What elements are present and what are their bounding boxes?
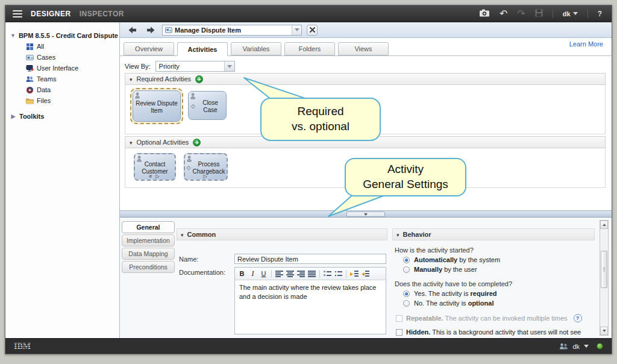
common-section-header[interactable]: Common	[177, 228, 387, 240]
tab-folders[interactable]: Folders	[284, 42, 335, 55]
status-bar: IBM dk	[5, 338, 612, 354]
checkbox-icon[interactable]	[396, 315, 402, 322]
artifact-selector-dropdown[interactable]	[292, 25, 301, 35]
snapshot-camera-icon[interactable]	[479, 9, 490, 18]
scroll-up-icon[interactable]	[600, 221, 608, 229]
data-icon	[26, 86, 34, 94]
monitor-icon	[26, 64, 34, 72]
question-completed: Does the activity have to be completed?	[395, 280, 512, 287]
tab-overview[interactable]: Overview	[124, 42, 174, 55]
editor-tabs: Overview Activities Variables Folders Vi…	[124, 42, 389, 56]
redo-icon[interactable]: ↷	[517, 10, 525, 18]
activity-process-chargeback[interactable]: ◇Process Chargeback ▷	[184, 153, 228, 181]
toolbar-separator	[271, 270, 272, 278]
radio-selected-icon[interactable]	[403, 290, 410, 297]
tab-data-mapping[interactable]: Data Mapping	[122, 248, 175, 260]
sidebar-item-all[interactable]: All	[5, 42, 119, 51]
align-center-icon	[286, 271, 294, 277]
tab-variables[interactable]: Variables	[231, 42, 281, 55]
bullet-list-icon	[334, 271, 342, 277]
ordered-list-icon	[324, 271, 331, 277]
close-editor-button[interactable]	[307, 25, 318, 36]
optional-activities-header[interactable]: Optional Activities +	[125, 136, 606, 148]
scrollbar-thumb[interactable]	[601, 251, 607, 288]
radio-selected-icon[interactable]	[403, 257, 410, 263]
outdent-button[interactable]	[360, 269, 370, 279]
ordered-list-button[interactable]	[322, 269, 333, 279]
chevron-down-icon	[573, 12, 578, 15]
sidebar-item-data[interactable]: Data	[5, 85, 119, 95]
folder-icon	[26, 97, 34, 105]
radio-required[interactable]: Yes. The activity is required	[403, 290, 497, 297]
tab-inspector[interactable]: INSPECTOR	[80, 10, 124, 18]
behavior-section-header[interactable]: Behavior	[392, 228, 595, 240]
bold-button[interactable]: B	[237, 269, 247, 279]
artifact-selector[interactable]: Manage Dispute Item	[162, 25, 302, 36]
tab-general[interactable]: General	[122, 221, 175, 233]
sidebar-item-process-app[interactable]: ▼ BPM 8.5.5 - Credit Card Dispute ...	[5, 31, 119, 40]
radio-icon[interactable]	[403, 266, 410, 273]
radio-icon[interactable]	[403, 300, 410, 307]
view-by-dropdown[interactable]	[224, 61, 234, 71]
properties-scrollbar[interactable]	[600, 220, 609, 336]
help-icon[interactable]: ?	[574, 314, 582, 322]
sidebar-item-teams[interactable]: Teams	[5, 74, 119, 84]
scroll-down-icon[interactable]	[600, 327, 608, 335]
connection-status-icon	[597, 343, 603, 350]
radio-automatically[interactable]: Automatically by the system	[403, 256, 500, 263]
user-menu[interactable]: dk	[563, 10, 578, 17]
view-by-select[interactable]: Priority	[155, 61, 235, 72]
documentation-editor: B I U The ma	[234, 267, 386, 334]
tab-preconditions[interactable]: Preconditions	[122, 261, 175, 273]
align-left-button[interactable]	[274, 269, 284, 279]
required-activities-canvas: Review Dispute Item ◇Close Case	[125, 85, 606, 134]
name-input[interactable]	[234, 254, 386, 264]
indent-button[interactable]	[349, 269, 359, 279]
radio-manually[interactable]: Manually by the user	[403, 266, 477, 273]
underline-button[interactable]: U	[258, 269, 269, 279]
activity-review-dispute-item[interactable]: Review Dispute Item	[130, 88, 183, 124]
sidebar-item-files[interactable]: Files	[5, 96, 119, 105]
checkbox-icon[interactable]	[396, 329, 402, 336]
italic-button[interactable]: I	[248, 269, 258, 279]
checkbox-repeatable[interactable]: Repeatable. The activity can be invoked …	[396, 314, 582, 322]
learn-more-link[interactable]: Learn More	[569, 40, 603, 48]
radio-optional[interactable]: No. The activity is optional	[403, 300, 493, 307]
required-activities-section: Required Activities + Review Dispute Ite…	[125, 73, 606, 134]
status-user[interactable]: dk	[572, 343, 580, 350]
documentation-text[interactable]: The main activity where the review takes…	[235, 280, 386, 304]
menu-icon[interactable]	[13, 10, 22, 17]
panel-splitter[interactable]	[120, 210, 612, 218]
sidebar-item-user-interface[interactable]: User Interface	[5, 63, 119, 73]
chevron-down-icon	[295, 28, 299, 31]
activity-close-case[interactable]: ◇Close Case	[188, 91, 227, 120]
add-required-activity-button[interactable]: +	[195, 75, 203, 83]
help-button[interactable]: ?	[598, 10, 602, 18]
tab-views[interactable]: Views	[338, 42, 389, 55]
back-arrow-icon[interactable]	[126, 25, 139, 35]
activity-contact-customer[interactable]: Contact Customer # ▷	[134, 153, 176, 181]
required-activities-header[interactable]: Required Activities +	[125, 73, 606, 85]
checkbox-hidden[interactable]: Hidden. This is a background activity th…	[396, 328, 581, 336]
add-optional-activity-button[interactable]: +	[193, 139, 201, 146]
activity-markers: ▷	[185, 174, 227, 179]
align-center-button[interactable]	[285, 269, 295, 279]
undo-icon[interactable]: ↶	[500, 10, 507, 18]
save-icon[interactable]	[535, 9, 543, 18]
sidebar-item-cases[interactable]: Cases	[5, 52, 119, 62]
tab-activities[interactable]: Activities	[177, 42, 228, 56]
tab-implementation[interactable]: Implementation	[122, 234, 175, 246]
align-right-button[interactable]	[296, 269, 306, 279]
splitter-collapse-handle[interactable]	[346, 212, 385, 217]
collapse-arrow-icon	[181, 231, 184, 238]
tab-designer[interactable]: DESIGNER	[31, 10, 71, 18]
sidebar-item-toolkits[interactable]: ▶ Toolkits	[5, 111, 119, 121]
ibm-logo: IBM	[14, 342, 31, 351]
properties-tab-stack: General Implementation Data Mapping Prec…	[122, 221, 175, 273]
justify-button[interactable]	[307, 269, 317, 279]
bullet-list-button[interactable]	[333, 269, 343, 279]
optional-activities-section: Optional Activities + Contact Customer #…	[125, 136, 606, 188]
justify-icon	[308, 271, 316, 277]
collaborators-icon[interactable]	[559, 343, 568, 350]
forward-arrow-icon[interactable]	[144, 25, 157, 35]
